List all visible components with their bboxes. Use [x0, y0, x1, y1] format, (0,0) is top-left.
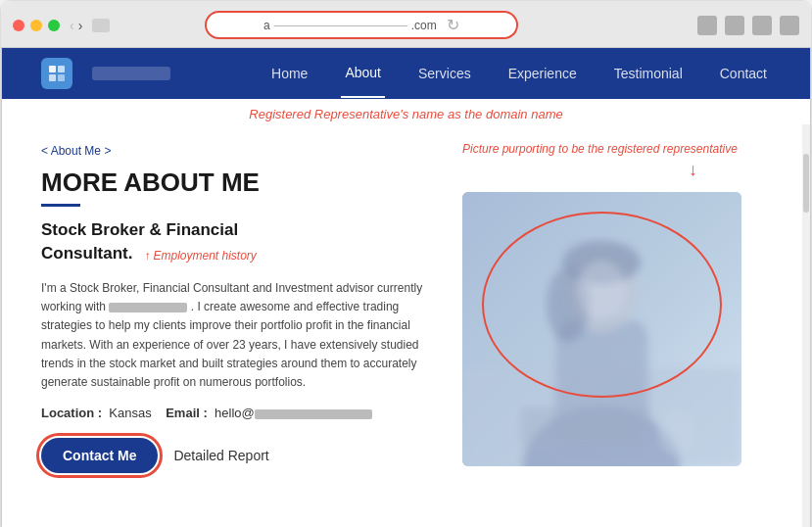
share-icon[interactable]	[725, 16, 744, 35]
svg-point-11	[577, 261, 626, 319]
url-annotation-area: Registered Representative's name as the …	[2, 99, 810, 124]
site-name-placeholder	[92, 67, 170, 80]
close-dot[interactable]	[13, 20, 24, 31]
email-label: Email :	[166, 406, 208, 420]
forward-arrow[interactable]: ›	[78, 18, 83, 33]
nav-home[interactable]: Home	[267, 50, 311, 97]
subtitle-1: Stock Broker & Financial	[41, 220, 257, 240]
url-annotation: Registered Representative's name as the …	[249, 107, 562, 121]
breadcrumb: < About Me >	[41, 144, 433, 158]
browser-chrome: ‹ › a ──────────────── .com ↻	[1, 1, 811, 48]
back-arrow[interactable]: ‹	[70, 18, 74, 33]
page-content: < About Me > MORE ABOUT ME Stock Broker …	[2, 124, 810, 527]
svg-rect-2	[49, 74, 56, 81]
browser-actions	[697, 16, 799, 35]
portrait-image	[462, 192, 741, 466]
employment-annotation: Employment history	[145, 249, 257, 263]
navigation-bar: Home About Services Experience Testimoni…	[2, 48, 810, 99]
svg-rect-3	[58, 74, 65, 81]
redacted-1	[109, 303, 187, 312]
plus-icon[interactable]	[780, 16, 799, 35]
subtitle-2: Consultant.	[41, 244, 133, 264]
svg-point-13	[658, 407, 697, 456]
scrollbar-thumb	[803, 154, 809, 213]
location-label: Location :	[41, 406, 102, 420]
svg-rect-1	[58, 66, 65, 72]
svg-rect-0	[49, 66, 56, 72]
page-container: Home About Services Experience Testimoni…	[1, 48, 811, 527]
email-prefix: hello@	[215, 406, 255, 420]
browser-nav-arrows: ‹ ›	[70, 18, 82, 33]
traffic-lights	[13, 20, 60, 31]
url-bar[interactable]: a ──────────────── .com ↻	[205, 11, 518, 39]
nav-experience[interactable]: Experience	[504, 50, 581, 97]
tab-icon	[92, 19, 110, 32]
detailed-report-button[interactable]: Detailed Report	[173, 448, 268, 463]
site-logo	[41, 58, 72, 89]
nav-about[interactable]: About	[341, 49, 385, 98]
refresh-icon[interactable]: ↻	[447, 16, 459, 34]
maximize-dot[interactable]	[48, 20, 60, 31]
left-content: < About Me > MORE ABOUT ME Stock Broker …	[41, 144, 433, 514]
nav-testimonial[interactable]: Testimonial	[610, 50, 687, 97]
nav-links: Home About Services Experience Testimoni…	[267, 49, 771, 98]
url-middle: ────────────────	[274, 19, 407, 32]
minimize-dot[interactable]	[30, 20, 42, 31]
browser-window: ‹ › a ──────────────── .com ↻	[0, 0, 812, 527]
url-prefix: a	[263, 19, 270, 32]
nav-contact[interactable]: Contact	[716, 50, 771, 97]
contact-me-button[interactable]: Contact Me	[41, 438, 158, 473]
buttons-row: Contact Me Detailed Report	[41, 438, 433, 473]
right-content: Picture purporting to be the registered …	[462, 144, 756, 514]
page-title: MORE ABOUT ME	[41, 168, 433, 198]
location-value: Kansas	[109, 406, 151, 420]
url-suffix: .com	[411, 19, 437, 32]
subtitle-area: Stock Broker & Financial Consultant. Emp…	[41, 220, 433, 267]
title-underline	[41, 204, 80, 207]
picture-arrow: ↓	[462, 160, 756, 180]
new-tab-icon[interactable]	[752, 16, 772, 35]
download-icon[interactable]	[697, 16, 717, 35]
person-svg	[462, 192, 741, 466]
scrollbar[interactable]	[802, 124, 810, 527]
nav-services[interactable]: Services	[414, 50, 475, 97]
picture-annotation: Picture purporting to be the registered …	[462, 142, 737, 156]
location-line: Location : Kansas Email : hello@	[41, 406, 433, 420]
email-redacted	[255, 409, 372, 419]
body-text: I'm a Stock Broker, Financial Consultant…	[41, 279, 433, 392]
svg-rect-12	[521, 407, 648, 447]
